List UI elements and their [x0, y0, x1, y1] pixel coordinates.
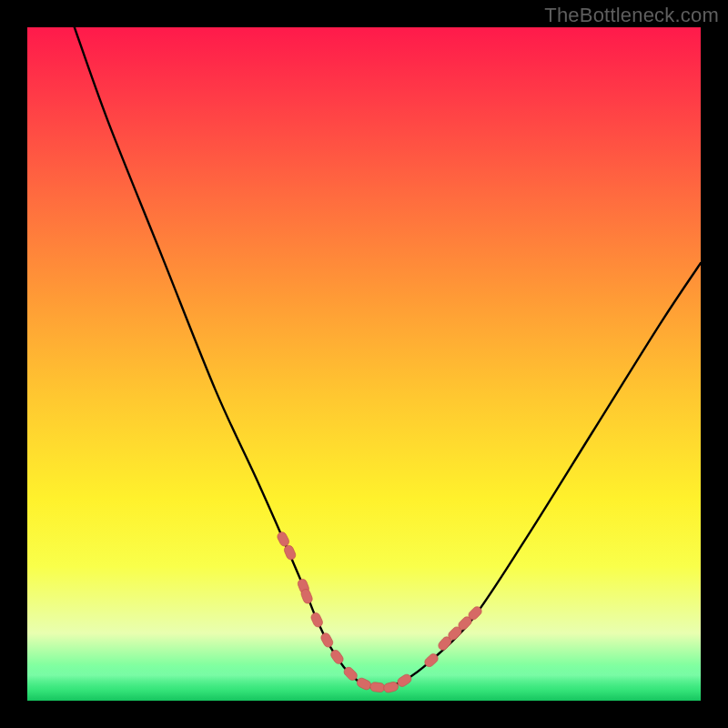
bottleneck-curve: [75, 27, 701, 688]
marker-dash: [369, 682, 385, 693]
marker-group: [276, 531, 483, 693]
marker-dash: [309, 612, 324, 629]
marker-dash: [396, 672, 413, 688]
watermark-text: TheBottleneck.com: [544, 4, 719, 27]
marker-dash: [283, 544, 297, 561]
chart-frame: TheBottleneck.com: [0, 0, 728, 728]
curve-layer: [27, 27, 701, 701]
plot-area: [27, 27, 701, 701]
marker-dash: [383, 681, 399, 693]
marker-dash: [319, 632, 334, 649]
marker-dash: [356, 676, 373, 691]
marker-dash: [276, 531, 290, 548]
